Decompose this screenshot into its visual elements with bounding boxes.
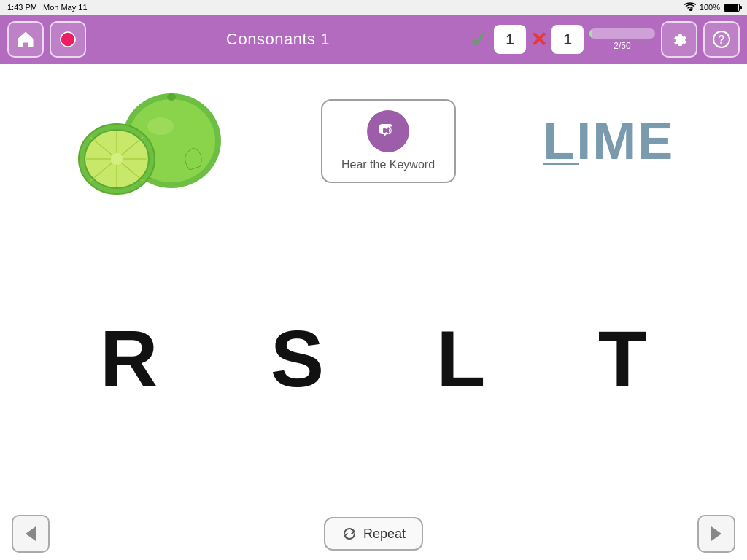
svg-point-1 xyxy=(64,36,71,43)
status-time: 1:43 PM xyxy=(7,3,37,12)
settings-button[interactable] xyxy=(661,21,697,58)
record-button[interactable] xyxy=(50,21,86,58)
wifi-icon xyxy=(684,2,696,12)
status-right: 100% xyxy=(684,2,740,12)
svg-point-7 xyxy=(167,93,176,101)
letter-choice-l[interactable]: L xyxy=(422,311,500,406)
battery-percent: 100% xyxy=(700,3,720,12)
svg-text:?: ? xyxy=(718,34,725,46)
help-button[interactable]: ? xyxy=(703,21,740,58)
letter-choice-r[interactable]: R xyxy=(85,311,172,406)
progress-label: 2/50 xyxy=(614,41,630,51)
progress-bar-fill xyxy=(589,28,592,39)
repeat-icon xyxy=(341,526,357,542)
x-icon: ✕ xyxy=(530,28,547,52)
lime-image xyxy=(73,82,233,199)
repeat-button[interactable]: Repeat xyxy=(324,517,423,551)
progress-section: 2/50 xyxy=(589,28,655,51)
score-section: ✓ 1 ✕ 1 xyxy=(470,25,584,54)
letter-choice-t[interactable]: T xyxy=(584,311,662,406)
status-left: 1:43 PM Mon May 11 xyxy=(7,3,88,12)
status-bar: 1:43 PM Mon May 11 100% xyxy=(0,0,747,15)
hear-keyword-label: Hear the Keyword xyxy=(341,158,435,171)
svg-point-6 xyxy=(147,117,174,135)
correct-score: 1 xyxy=(494,25,526,54)
speaker-icon-circle xyxy=(367,110,409,152)
forward-button[interactable] xyxy=(697,515,735,553)
status-date: Mon May 11 xyxy=(43,3,88,12)
top-nav: Consonants 1 ✓ 1 ✕ 1 2/50 ? xyxy=(0,15,747,64)
bottom-bar: Repeat xyxy=(0,508,747,560)
keyword-word: LIME xyxy=(543,111,674,171)
letter-section: R S L T xyxy=(0,210,747,508)
home-button[interactable] xyxy=(7,21,44,58)
incorrect-score: 1 xyxy=(551,25,584,54)
svg-rect-17 xyxy=(383,128,386,133)
progress-bar xyxy=(589,28,655,39)
repeat-label: Repeat xyxy=(363,526,406,542)
svg-marker-18 xyxy=(26,526,36,541)
letter-choice-s[interactable]: S xyxy=(256,311,338,406)
top-section: Hear the Keyword LIME xyxy=(0,64,747,210)
battery-icon xyxy=(724,4,740,12)
hear-keyword-button[interactable]: Hear the Keyword xyxy=(321,99,456,183)
svg-marker-19 xyxy=(711,526,721,541)
check-icon: ✓ xyxy=(470,26,489,53)
svg-point-14 xyxy=(111,153,123,165)
nav-title: Consonants 1 xyxy=(92,30,464,49)
main-content: Hear the Keyword LIME R S L T Repeat xyxy=(0,64,747,560)
back-button[interactable] xyxy=(12,515,50,553)
